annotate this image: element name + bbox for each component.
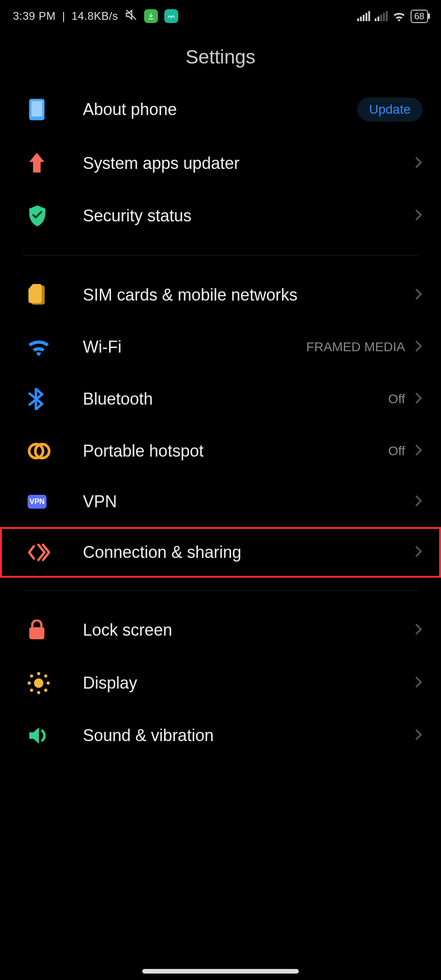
svg-point-18 <box>37 691 41 694</box>
chevron-right-icon <box>414 443 423 459</box>
lock-icon <box>28 620 64 641</box>
home-indicator[interactable] <box>142 969 299 974</box>
status-bar-right: 68 <box>357 10 428 23</box>
row-value: Off <box>388 392 405 406</box>
row-sound-vibration[interactable]: Sound & vibration <box>0 710 441 761</box>
svg-point-19 <box>28 682 31 685</box>
page-title: Settings <box>0 46 441 68</box>
chevron-right-icon <box>414 545 423 560</box>
section-divider <box>23 255 418 255</box>
svg-rect-12 <box>31 101 42 116</box>
row-vpn[interactable]: VPN VPN <box>0 476 441 527</box>
app-badge-icon <box>164 9 178 23</box>
svg-rect-9 <box>383 13 385 21</box>
row-sim-cards[interactable]: SIM cards & mobile networks <box>0 268 441 322</box>
chevron-right-icon <box>414 287 423 303</box>
phone-icon <box>28 98 64 121</box>
mute-icon <box>125 8 138 24</box>
signal-2-icon <box>375 11 388 21</box>
svg-point-20 <box>46 682 50 685</box>
svg-point-24 <box>44 689 47 692</box>
row-lock-screen[interactable]: Lock screen <box>0 604 441 656</box>
hotspot-icon <box>28 442 64 460</box>
svg-point-23 <box>30 689 33 692</box>
row-label: System apps updater <box>64 154 414 173</box>
section-divider <box>23 591 418 591</box>
row-label: Lock screen <box>64 620 414 640</box>
chevron-right-icon <box>414 339 423 355</box>
svg-rect-6 <box>375 18 377 21</box>
settings-group-device: Lock screen Display <box>0 604 441 761</box>
sim-icon <box>28 284 64 306</box>
settings-group-about: About phone Update System apps updater S… <box>0 82 441 242</box>
battery-level: 68 <box>414 11 424 22</box>
chevron-right-icon <box>414 156 423 171</box>
status-bar-left: 3:39 PM | 14.8KB/s <box>13 8 178 24</box>
row-label: Connection & sharing <box>64 543 414 562</box>
update-badge[interactable]: Update <box>357 98 423 122</box>
row-connection-sharing[interactable]: Connection & sharing <box>0 527 441 578</box>
speaker-icon <box>28 725 64 746</box>
row-bluetooth[interactable]: Bluetooth Off <box>0 372 441 426</box>
chevron-right-icon <box>414 675 423 691</box>
svg-rect-5 <box>368 11 370 21</box>
row-label: Display <box>64 673 414 693</box>
settings-group-network: SIM cards & mobile networks Wi-Fi FRAMED… <box>0 268 441 578</box>
row-value: Off <box>388 444 405 458</box>
row-value: FRAMED MEDIA <box>306 340 405 354</box>
row-system-apps-updater[interactable]: System apps updater <box>0 137 441 190</box>
status-time: 3:39 PM <box>13 10 56 23</box>
row-about-phone[interactable]: About phone Update <box>0 82 441 137</box>
svg-rect-1 <box>357 18 359 21</box>
row-display[interactable]: Display <box>0 656 441 710</box>
svg-rect-7 <box>377 17 379 21</box>
row-label: VPN <box>64 492 414 511</box>
row-security-status[interactable]: Security status <box>0 190 441 242</box>
row-label: Wi-Fi <box>64 337 306 357</box>
svg-point-17 <box>37 672 41 675</box>
svg-rect-15 <box>29 627 45 639</box>
svg-point-22 <box>44 674 47 678</box>
chevron-right-icon <box>414 391 423 407</box>
sun-icon <box>28 672 64 694</box>
connection-icon <box>28 543 64 562</box>
svg-rect-10 <box>386 11 388 21</box>
svg-point-16 <box>34 678 44 688</box>
chevron-right-icon <box>414 494 423 510</box>
wifi-status-icon <box>392 11 406 22</box>
row-label: SIM cards & mobile networks <box>64 285 414 305</box>
download-badge-icon <box>144 9 158 23</box>
status-netspeed: 14.8KB/s <box>71 10 118 23</box>
chevron-right-icon <box>414 622 423 638</box>
svg-rect-8 <box>380 15 382 21</box>
wifi-icon <box>28 338 64 356</box>
svg-rect-4 <box>366 13 367 21</box>
shield-icon <box>28 205 64 226</box>
row-label: Portable hotspot <box>64 441 388 461</box>
battery-indicator: 68 <box>411 10 428 23</box>
row-label: Security status <box>64 206 414 226</box>
bluetooth-icon <box>28 388 64 410</box>
row-label: Bluetooth <box>64 389 388 409</box>
row-label: Sound & vibration <box>64 726 414 745</box>
row-portable-hotspot[interactable]: Portable hotspot Off <box>0 426 441 476</box>
arrow-up-icon <box>28 153 64 174</box>
row-wifi[interactable]: Wi-Fi FRAMED MEDIA <box>0 322 441 372</box>
signal-1-icon <box>357 11 370 21</box>
vpn-icon: VPN <box>28 495 64 509</box>
svg-rect-3 <box>363 15 365 21</box>
chevron-right-icon <box>414 728 423 743</box>
svg-rect-2 <box>360 17 362 21</box>
row-label: About phone <box>64 100 357 119</box>
svg-point-21 <box>30 674 33 678</box>
status-bar: 3:39 PM | 14.8KB/s <box>0 0 441 28</box>
chevron-right-icon <box>414 208 423 224</box>
